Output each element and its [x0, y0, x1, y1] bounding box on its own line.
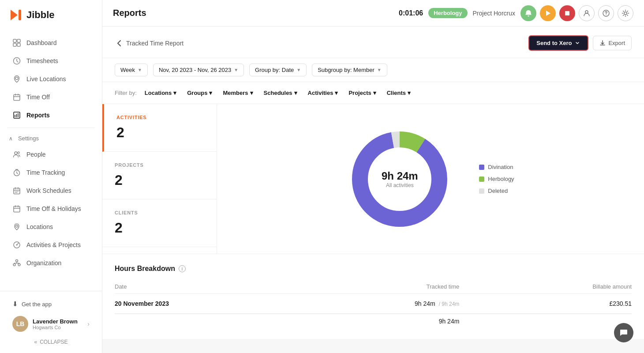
collapse-icon: «: [34, 339, 37, 345]
work-schedules-icon: [12, 186, 21, 195]
total-tracked: 9h 24m: [287, 318, 460, 325]
charts-area: ACTIVITIES 2 PROJECTS 2 CLIENTS 2: [102, 104, 644, 254]
sidebar-item-time-off[interactable]: Time Off: [4, 88, 98, 106]
row-tracked: 9h 24m / 9h 24m: [287, 300, 460, 307]
time-off-holidays-icon: [12, 204, 21, 213]
subgroup-by-dropdown[interactable]: Subgroup by: Member ▼: [312, 64, 387, 76]
table-header: Date Tracked time Billable amount: [115, 280, 632, 294]
date-range-arrow: ▼: [234, 68, 238, 72]
settings-header[interactable]: ∧ Settings: [0, 131, 102, 145]
sidebar-item-timesheets[interactable]: Timesheets: [4, 52, 98, 70]
collapse-label: COLLAPSE: [40, 339, 67, 345]
sidebar-label-organization: Organization: [26, 259, 61, 267]
sidebar-item-people[interactable]: People: [4, 146, 98, 163]
main-area: Reports 0:01:06 Herbology Project Horcru…: [102, 0, 644, 353]
back-button[interactable]: Tracked Time Report: [115, 39, 183, 48]
breakdown-table: Date Tracked time Billable amount 20 Nov…: [115, 280, 632, 328]
dashboard-icon: [12, 38, 21, 47]
sidebar-label-time-tracking: Time Tracking: [26, 169, 65, 176]
sidebar-item-dashboard[interactable]: Dashboard: [4, 34, 98, 52]
user-profile[interactable]: LB Lavender Brown Hogwarts Co ›: [7, 312, 95, 336]
filter-schedules[interactable]: Schedules ▾: [259, 87, 302, 98]
report-header-left: Tracked Time Report: [115, 39, 183, 48]
report-header: Tracked Time Report Send to Xero Export: [102, 26, 644, 58]
filter-clients[interactable]: Clients ▾: [382, 87, 415, 98]
chart-panel: 9h 24m All activities Divination Herbolo…: [217, 104, 644, 254]
nav-divider: [7, 128, 95, 128]
collapse-button[interactable]: « COLLAPSE: [7, 336, 95, 348]
filter-members[interactable]: Members ▾: [218, 87, 257, 98]
sidebar-label-reports: Reports: [26, 112, 50, 119]
filter-row: Locations ▾ Groups ▾ Members ▾ Schedules…: [140, 87, 415, 98]
time-tracking-icon: [12, 168, 21, 177]
sidebar-item-work-schedules[interactable]: Work Schedules: [4, 182, 98, 199]
help-button[interactable]: [598, 5, 614, 21]
timesheets-icon: [12, 56, 21, 65]
send-xero-label: Send to Xero: [536, 40, 572, 46]
settings-button[interactable]: [618, 5, 633, 21]
sidebar-item-live-locations[interactable]: Live Locations: [4, 70, 98, 88]
sidebar-item-organization[interactable]: Organization: [4, 254, 98, 272]
chat-bubble[interactable]: [614, 323, 633, 342]
controls-row: Week ▼ Nov, 20 2023 - Nov, 26 2023 ▼ Gro…: [102, 58, 644, 82]
table-row: 20 November 2023 9h 24m / 9h 24m £230.51: [115, 294, 632, 314]
stat-projects: PROJECTS 2: [102, 152, 217, 199]
svg-point-24: [606, 14, 607, 15]
svg-rect-14: [14, 207, 20, 212]
filter-locations[interactable]: Locations ▾: [140, 87, 181, 98]
notification-button[interactable]: [520, 5, 536, 21]
filter-groups[interactable]: Groups ▾: [183, 87, 217, 98]
filter-label: Filter by:: [115, 90, 137, 96]
clients-value: 2: [115, 220, 204, 236]
deleted-label: Deleted: [488, 188, 508, 194]
sidebar-item-activities-projects[interactable]: Activities & Projects: [4, 236, 98, 254]
timer-display: 0:01:06: [399, 9, 423, 17]
activity-tag: Herbology: [428, 8, 467, 18]
filter-projects[interactable]: Projects ▾: [344, 87, 380, 98]
send-to-xero-button[interactable]: Send to Xero: [528, 35, 588, 51]
user-expand-icon: ›: [87, 320, 90, 327]
filter-activities[interactable]: Activities ▾: [303, 87, 343, 98]
sidebar-item-reports[interactable]: Reports: [4, 106, 98, 124]
svg-point-19: [18, 264, 20, 266]
group-by-label: Group by: Date: [255, 67, 294, 73]
svg-point-7: [15, 77, 18, 80]
date-range-label: Nov, 20 2023 - Nov, 26 2023: [159, 67, 231, 73]
sidebar-nav: Dashboard Timesheets Live Locations Time…: [0, 30, 102, 291]
play-button[interactable]: [540, 5, 556, 21]
settings-label: Settings: [18, 135, 39, 142]
svg-rect-5: [17, 43, 20, 46]
date-range-dropdown[interactable]: Nov, 20 2023 - Nov, 26 2023 ▼: [153, 64, 244, 76]
download-icon: ⬇: [12, 300, 18, 308]
sidebar-item-locations[interactable]: Locations: [4, 218, 98, 236]
organization-icon: [12, 259, 21, 267]
billable-value: £230.51: [609, 300, 632, 307]
stop-button[interactable]: [559, 5, 575, 21]
user-org: Hogwarts Co: [33, 325, 83, 330]
legend-deleted: Deleted: [479, 188, 514, 194]
export-button[interactable]: Export: [593, 36, 632, 50]
svg-rect-4: [13, 43, 16, 46]
project-name: Project Horcrux: [473, 10, 515, 17]
chart-legend: Divination Herbology Deleted: [479, 164, 514, 194]
sidebar-label-locations: Locations: [26, 223, 53, 230]
period-dropdown[interactable]: Week ▼: [115, 64, 148, 76]
total-billable: [459, 318, 632, 325]
row-billable: £230.51: [459, 300, 632, 307]
top-header: Reports 0:01:06 Herbology Project Horcru…: [102, 0, 644, 26]
people-icon: [12, 150, 21, 159]
subgroup-by-arrow: ▼: [377, 68, 382, 72]
svg-point-17: [16, 260, 18, 262]
tracked-main: 9h 24m: [415, 300, 435, 307]
tracked-sub: / 9h 24m: [439, 301, 460, 307]
sidebar-bottom: ⬇ Get the app LB Lavender Brown Hogwarts…: [0, 291, 102, 353]
sidebar-item-time-off-holidays[interactable]: Time Off & Holidays: [4, 200, 98, 218]
user-button[interactable]: [579, 5, 595, 21]
group-by-dropdown[interactable]: Group by: Date ▼: [249, 64, 307, 76]
settings-collapse-icon: ∧: [9, 135, 13, 142]
sidebar-item-time-tracking[interactable]: Time Tracking: [4, 164, 98, 181]
clients-label: CLIENTS: [115, 210, 204, 215]
get-app-button[interactable]: ⬇ Get the app: [7, 297, 95, 312]
stat-clients: CLIENTS 2: [102, 199, 217, 247]
report-header-right: Send to Xero Export: [528, 35, 632, 51]
